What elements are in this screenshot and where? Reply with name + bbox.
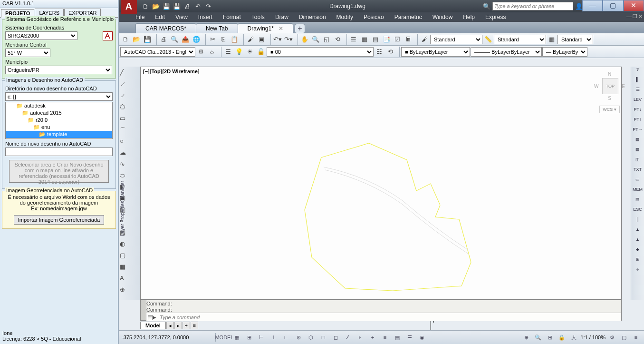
pt3-icon[interactable]: PT→ (633, 127, 643, 137)
xline-icon[interactable]: ⟋ (119, 80, 130, 90)
new-tab-button[interactable]: + (295, 24, 305, 33)
b9-icon[interactable]: ◆ (633, 247, 643, 256)
file-tab[interactable]: New Tab (196, 23, 238, 33)
b11-icon[interactable]: ⟐ (633, 267, 643, 276)
search-icon[interactable]: 🔍 (482, 1, 491, 11)
sb-r2-icon[interactable]: 🔍 (533, 332, 543, 343)
menu-parametric[interactable]: Parametric (394, 14, 422, 20)
menu-view[interactable]: View (175, 14, 188, 20)
markup-icon[interactable]: ☑ (392, 34, 403, 45)
brush-icon[interactable]: 🖌 (419, 34, 430, 45)
sb-r3-icon[interactable]: ⊞ (545, 332, 555, 343)
infer-icon[interactable]: ⊢ (256, 332, 267, 343)
rect-icon[interactable]: ▭ (119, 114, 130, 125)
dynamic-icon[interactable]: ⊥ (269, 332, 279, 343)
sb-r5-icon[interactable]: 人 (568, 332, 579, 343)
mem-icon[interactable]: MEM (633, 187, 643, 197)
menu-help[interactable]: Help (463, 14, 475, 20)
sb-gear-icon[interactable]: ⚙ (607, 332, 617, 343)
viewcube-e[interactable]: E (622, 84, 625, 89)
iso-icon[interactable]: ⬡ (306, 332, 316, 343)
linetype-select[interactable]: ——— ByLayerByLayer (471, 47, 542, 57)
menu-window[interactable]: Window (433, 14, 453, 20)
b3-icon[interactable]: ◫ (633, 157, 643, 167)
tree-item[interactable]: 📁 enu (6, 124, 112, 131)
table-style-select[interactable]: Standard (557, 35, 593, 44)
layout-tab-model[interactable]: Model (140, 322, 166, 329)
text-style-select[interactable]: Standard (430, 35, 482, 44)
zoomprev-icon[interactable]: ⟲ (332, 34, 343, 45)
cut-icon[interactable]: ✂ (207, 34, 218, 45)
viewcube-top[interactable]: TOP (602, 78, 618, 94)
b7-icon[interactable]: ▲ (633, 227, 643, 236)
search-input[interactable] (492, 2, 573, 10)
lev-icon[interactable]: LEV (633, 97, 643, 107)
blockeditor-icon[interactable]: ▣ (256, 34, 267, 45)
sb-max-icon[interactable]: ▢ (619, 332, 629, 343)
ws-save-icon[interactable]: ☼ (207, 47, 217, 57)
layer-states-icon[interactable]: ☷ (374, 47, 384, 57)
dim-icon[interactable]: 📏 (483, 34, 493, 45)
viewcube-n[interactable]: N (594, 71, 625, 77)
undo-icon[interactable]: ↶ (193, 1, 202, 11)
viewcube-w[interactable]: W (594, 84, 598, 89)
menu-modify[interactable]: Modify (336, 14, 353, 20)
pt2-icon[interactable]: PT↑ (633, 117, 643, 127)
b8-icon[interactable]: ▲ (633, 237, 643, 246)
scale-readout[interactable]: 1:1 / 100% (580, 334, 606, 340)
lineweight-select[interactable]: — ByLayerByLayer (542, 47, 587, 57)
snap-icon[interactable]: ⊞ (244, 332, 254, 343)
calc-icon[interactable]: 🖩 (403, 34, 413, 45)
circle-icon[interactable]: ○ (119, 137, 130, 147)
otrack-icon[interactable]: ∠ (343, 332, 353, 343)
plot-icon[interactable]: 🖨 (158, 34, 169, 45)
view-control-label[interactable]: [−][Top][2D Wireframe] (143, 69, 200, 74)
menu-insert[interactable]: Insert (198, 14, 212, 20)
polar-icon[interactable]: ⊛ (293, 332, 304, 343)
lwt-icon[interactable]: ≡ (380, 332, 390, 343)
open-icon[interactable]: 📂 (131, 34, 142, 45)
drawing-name-input[interactable] (5, 147, 113, 156)
tab-close-icon[interactable]: ✕ (279, 25, 283, 32)
drawing-viewport[interactable]: [−][Top][2D Wireframe] Y X (140, 67, 622, 300)
coord-system-select[interactable]: SIRGAS2000 (5, 31, 77, 40)
viewcube-wcs[interactable]: WCS ▾ (599, 106, 620, 113)
line-icon[interactable]: ╱ (119, 69, 130, 79)
sc-icon[interactable]: ◉ (417, 332, 427, 343)
layer1-icon[interactable]: ☰ (633, 87, 643, 97)
command-input[interactable] (157, 315, 621, 320)
select-area-button[interactable]: Selecionar área e Criar Novo desenho com… (9, 160, 109, 183)
dyn-icon[interactable]: + (367, 332, 378, 343)
color-select[interactable]: ■ ByLayerByLayer (401, 47, 470, 57)
coordinates-readout[interactable]: -375.2704, 127.3772, 0.0000 (122, 334, 212, 340)
saveas-icon[interactable]: 💾 (172, 1, 182, 11)
file-tab[interactable]: CAR MARCOS* (135, 23, 196, 33)
b2-icon[interactable]: ▦ (633, 147, 643, 157)
gradient-icon[interactable]: ◐ (119, 240, 130, 250)
layer-select[interactable]: ■ 00 (267, 47, 374, 57)
addsel-icon[interactable]: ⊕ (119, 285, 130, 296)
menu-draw[interactable]: Draw (275, 14, 288, 20)
pan-icon[interactable]: ✋ (299, 34, 310, 45)
3ddwf-icon[interactable]: 🌐 (191, 34, 202, 45)
table-icon[interactable]: ▦ (547, 34, 557, 45)
lock-icon[interactable]: 🔓 (256, 47, 266, 57)
3dosnap-icon[interactable]: ◻ (330, 332, 341, 343)
esc-icon[interactable]: ESC (633, 207, 643, 216)
grid-icon[interactable]: ▦ (231, 332, 242, 343)
layer-mgr-palette-label[interactable]: Layer Properties Manager (120, 181, 125, 236)
bulb-icon[interactable]: 💡 (234, 47, 244, 57)
open-icon[interactable]: 📂 (151, 1, 161, 11)
layout-scroll-left-icon[interactable]: ◂ (166, 322, 174, 329)
menu-file[interactable]: File (135, 14, 144, 20)
pt1-icon[interactable]: PT↓ (633, 107, 643, 117)
layout-scroll-right-icon[interactable]: ▸ (174, 322, 182, 329)
pline-icon[interactable]: ⟋ (119, 91, 130, 102)
viewcube-s[interactable]: S (594, 96, 625, 101)
municipio-select[interactable]: Ortigueira/PR (5, 66, 112, 74)
menu-express[interactable]: Express (485, 14, 506, 20)
save-icon[interactable]: 💾 (142, 34, 153, 45)
folder-tree[interactable]: 📁 autodesk 📁 autocad 2015 📁 r20.0 📁 enu … (5, 102, 113, 139)
mtext-icon[interactable]: A (119, 274, 130, 285)
b10-icon[interactable]: ⊞ (633, 257, 643, 266)
